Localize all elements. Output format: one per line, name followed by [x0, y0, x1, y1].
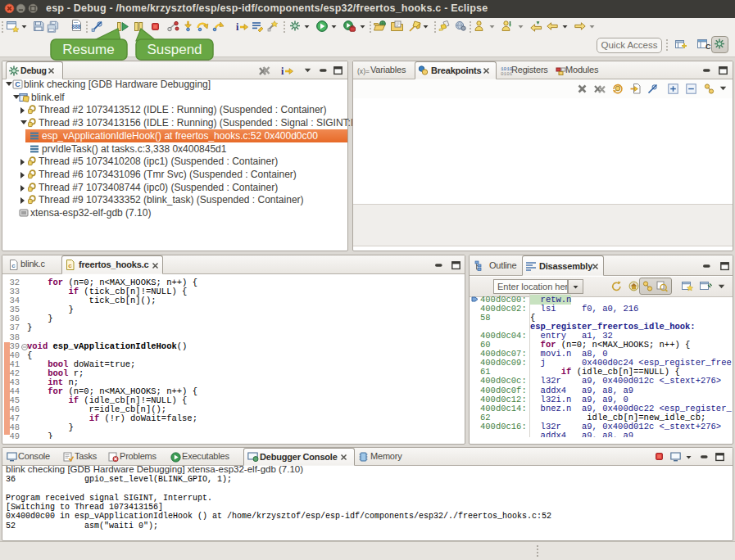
svg-text:0101: 0101	[501, 71, 513, 77]
svg-text:Resume: Resume	[62, 42, 114, 57]
svg-text:i: i	[281, 65, 284, 77]
svg-text:C: C	[15, 80, 20, 88]
svg-text:C: C	[706, 43, 711, 51]
svg-text:(x)=: (x)=	[357, 67, 370, 75]
svg-text:Suspend: Suspend	[147, 42, 202, 57]
svg-text:c: c	[68, 262, 72, 269]
svg-text:c: c	[11, 262, 16, 269]
